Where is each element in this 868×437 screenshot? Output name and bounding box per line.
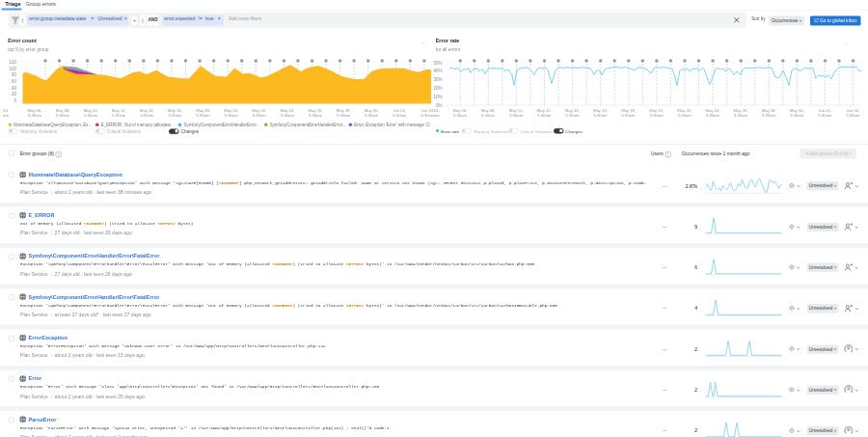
svg-text:May 10,: May 10, [509,108,524,113]
svg-text:120: 120 [9,60,16,65]
svg-text:May 22,: May 22, [252,108,266,113]
svg-text:5:30am: 5:30am [509,113,523,118]
svg-text:5:30am: 5:30am [650,113,664,118]
svg-text:May 22,: May 22, [677,108,692,113]
svg-text:80: 80 [12,72,17,77]
svg-text:Jun 01,: Jun 01, [393,108,406,113]
svg-text:20%: 20% [434,86,443,91]
svg-text:May 14,: May 14, [565,108,580,113]
svg-text:10%: 10% [434,95,443,99]
svg-text:5:30am: 5:30am [140,113,153,118]
svg-text:May 30,: May 30, [790,108,804,113]
svg-text:May 30,: May 30, [365,108,379,113]
svg-text:5:30am: 5:30am [112,113,125,118]
svg-text:5:30am: 5:30am [253,113,266,118]
svg-text:5:30am: 5:30am [365,113,378,118]
svg-text:04,: 04, [434,108,440,113]
svg-text:5:30am: 5:30am [28,113,41,118]
svg-text:5:30am: 5:30am [762,113,775,118]
svg-text:5:30am: 5:30am [846,113,859,118]
svg-text:5:30am: 5:30am [281,113,294,118]
svg-text:May 16,: May 16, [168,108,182,113]
svg-text:5:30am: 5:30am [169,113,182,118]
svg-text:5:30am: 5:30am [734,113,747,118]
svg-text:May 26,: May 26, [734,108,748,113]
svg-text:5:30am: 5:30am [84,113,97,118]
svg-text:5:30am: 5:30am [309,113,322,118]
svg-text:40%: 40% [434,68,443,73]
svg-text:May 08,: May 08, [56,108,70,113]
svg-text:5:30am: 5:30am [706,113,719,118]
svg-text:5:30am: 5:30am [337,113,350,118]
svg-text:May 12,: May 12, [537,108,552,113]
svg-text:May 08,: May 08, [481,108,496,113]
svg-text:Jun 03,: Jun 03, [847,108,860,113]
svg-text:May 28,: May 28, [762,108,776,113]
svg-text:May 20,: May 20, [649,108,664,113]
svg-text:30%: 30% [434,77,443,82]
svg-text:May 20,: May 20, [224,108,238,113]
svg-text:May 26,: May 26, [309,108,323,113]
svg-text:May 16,: May 16, [593,108,608,113]
svg-text:100: 100 [9,67,16,71]
svg-text:5:30am: 5:30am [790,113,803,118]
svg-text:am: am [434,113,440,118]
svg-text:5:30am: 5:30am [594,113,608,118]
svg-text:20: 20 [12,92,17,96]
svg-text:5:30am: 5:30am [420,113,434,118]
svg-text:May 14,: May 14, [140,108,154,113]
svg-text:04,: 04, [3,108,9,113]
svg-text:5:30am: 5:30am [678,113,692,118]
svg-text:May 06,: May 06, [453,108,468,113]
svg-text:5:30am: 5:30am [818,113,831,118]
svg-text:Jun 03,: Jun 03, [421,108,435,113]
svg-text:5:30am: 5:30am [565,113,579,118]
svg-text:0: 0 [14,98,16,103]
svg-text:40: 40 [12,86,17,91]
svg-text:5:30am: 5:30am [453,113,467,118]
svg-text:5:30am: 5:30am [225,113,238,118]
svg-text:May 12,: May 12, [112,108,126,113]
svg-text:5:30am: 5:30am [393,113,406,118]
svg-text:am: am [3,113,9,118]
svg-text:May 18,: May 18, [196,108,210,113]
svg-text:May 24,: May 24, [705,108,719,113]
svg-text:Jun 01,: Jun 01, [818,108,831,113]
svg-text:May 06,: May 06, [28,108,42,113]
svg-text:May 28,: May 28, [337,108,351,113]
svg-text:5:30am: 5:30am [56,113,69,118]
svg-text:May 18,: May 18, [621,108,636,113]
svg-text:5:30am: 5:30am [197,113,210,118]
svg-text:50%: 50% [434,61,443,66]
svg-text:5:30am: 5:30am [481,113,495,118]
svg-text:5:30am: 5:30am [622,113,636,118]
svg-text:5:30am: 5:30am [537,113,551,118]
svg-text:60: 60 [12,79,17,84]
svg-text:May 10,: May 10, [84,108,98,113]
svg-text:May 24,: May 24, [280,108,294,113]
